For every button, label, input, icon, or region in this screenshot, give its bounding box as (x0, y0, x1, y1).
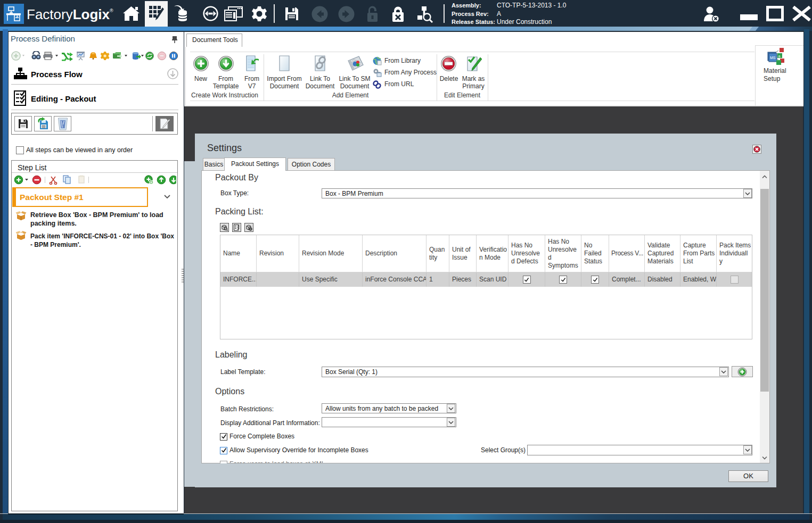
svg-text:a: a (778, 54, 781, 58)
svg-text:MS: MS (770, 56, 776, 60)
